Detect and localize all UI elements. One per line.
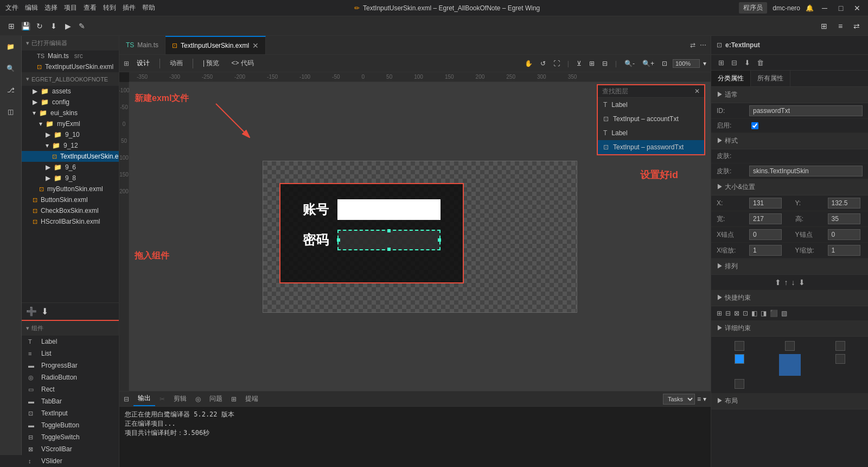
props-general-title[interactable]: ▶ 适常 bbox=[711, 87, 868, 103]
qc-btn-1[interactable]: ⊞ bbox=[717, 310, 722, 317]
layer-item-label-2[interactable]: T Label bbox=[598, 126, 704, 140]
output-tab-terminal[interactable]: 提端 bbox=[241, 392, 263, 406]
zoom-dropdown[interactable]: ▾ bbox=[703, 60, 706, 67]
props-layout-title[interactable]: ▶ 大小&位置 bbox=[711, 179, 868, 195]
props-skin-input[interactable] bbox=[749, 166, 863, 176]
props-w-input[interactable] bbox=[749, 213, 782, 224]
panel-icon-1[interactable]: ⊞ bbox=[716, 57, 726, 68]
menu-view[interactable]: 查看 bbox=[84, 3, 97, 12]
output-tab-clip[interactable]: 剪辑 bbox=[169, 392, 191, 406]
menu-help[interactable]: 帮助 bbox=[142, 3, 155, 12]
toolbar-list-icon[interactable]: ≡ bbox=[834, 20, 846, 32]
tree-config[interactable]: ▶📁config bbox=[22, 97, 119, 108]
tree-myexml[interactable]: ▾📁myExml bbox=[22, 118, 119, 129]
qc-btn-8[interactable]: ▧ bbox=[781, 310, 787, 317]
tool-distribute[interactable]: ⊟ bbox=[600, 60, 610, 67]
toolbar-grid-icon[interactable]: ⊞ bbox=[818, 20, 830, 32]
props-anchory-input[interactable] bbox=[828, 229, 860, 240]
layer-item-label-1[interactable]: T Label bbox=[598, 98, 704, 112]
panel-icon-4[interactable]: 🗑 bbox=[755, 57, 765, 68]
tool-refresh[interactable]: ↺ bbox=[538, 60, 548, 67]
props-anchorx-input[interactable] bbox=[749, 229, 782, 240]
props-x-input[interactable] bbox=[749, 198, 782, 209]
menu-bar[interactable]: 文件 编辑 选择 项目 查看 转到 插件 帮助 bbox=[5, 3, 155, 12]
notification-icon[interactable]: 🔔 bbox=[806, 4, 814, 12]
component-toggleswitch[interactable]: ⊟ ToggleSwitch bbox=[22, 431, 119, 443]
tree-9-8[interactable]: ▶📁9_8 bbox=[22, 173, 119, 184]
layer-item-textinput-password[interactable]: ⊡ TextInput – passwordTxt bbox=[598, 140, 704, 154]
maximize-btn[interactable]: □ bbox=[835, 3, 846, 14]
design-btn-code[interactable]: <> 代码 bbox=[227, 58, 258, 69]
design-btn-design[interactable]: 设计 bbox=[132, 58, 154, 69]
tree-textinput-skin-file[interactable]: ⊡TextInputUserSkin.ex... bbox=[22, 151, 119, 162]
component-list[interactable]: ≡ List bbox=[22, 348, 119, 359]
menu-edit[interactable]: 编辑 bbox=[25, 3, 38, 12]
tab-sync-icon[interactable]: ⇄ bbox=[690, 41, 695, 49]
order-top[interactable]: ⬆ bbox=[775, 278, 781, 287]
menu-select[interactable]: 选择 bbox=[44, 3, 58, 12]
component-radiobutton[interactable]: ◎ RadioButton bbox=[22, 371, 119, 383]
toolbar-sync-icon[interactable]: ⇄ bbox=[851, 20, 863, 32]
panel-icon-2[interactable]: ⊟ bbox=[729, 57, 739, 68]
tree-eui-skins[interactable]: ▾📁eui_skins bbox=[22, 108, 119, 118]
toolbar-debug-icon[interactable]: ✎ bbox=[76, 20, 88, 32]
props-style-title[interactable]: ▶ 样式 bbox=[711, 133, 868, 149]
component-togglebutton[interactable]: ▬ ToggleButton bbox=[22, 419, 119, 431]
dc-box-6[interactable] bbox=[735, 379, 744, 389]
toolbar-left-panel-icon[interactable]: ⊞ bbox=[5, 20, 17, 32]
minimize-btn[interactable]: ─ bbox=[819, 3, 830, 14]
component-textinput[interactable]: ⊡ TextInput bbox=[22, 407, 119, 419]
dc-box-2[interactable] bbox=[785, 341, 795, 351]
password-input-selected[interactable] bbox=[337, 230, 441, 250]
close-btn[interactable]: ✕ bbox=[852, 3, 863, 14]
zoom-fit[interactable]: ⊡ bbox=[660, 60, 669, 67]
component-progressbar[interactable]: ▬ ProgressBar bbox=[22, 359, 119, 371]
tab-textinput-skin[interactable]: ⊡ TextInputUserSkin.exml ✕ bbox=[165, 36, 266, 54]
tool-align[interactable]: ⊻ bbox=[575, 60, 584, 67]
open-file-textinput-skin[interactable]: ⊡ TextInputUserSkin.exml resou... bbox=[22, 61, 119, 72]
order-up[interactable]: ↑ bbox=[784, 278, 788, 287]
props-h-input[interactable] bbox=[828, 213, 860, 224]
props-detail-constraint-title[interactable]: ▶ 详细约束 bbox=[711, 320, 868, 337]
sidebar-icon-search[interactable]: 🔍 bbox=[0, 58, 22, 79]
zoom-in-icon[interactable]: 🔍+ bbox=[640, 60, 656, 67]
design-btn-animate[interactable]: 动画 bbox=[165, 58, 187, 69]
design-btn-preview[interactable]: | 预览 bbox=[199, 58, 224, 69]
component-tabbar[interactable]: ▬ TabBar bbox=[22, 395, 119, 407]
props-quick-constraint-title[interactable]: ▶ 快捷约束 bbox=[711, 290, 868, 306]
output-expand-icon[interactable]: ▾ bbox=[703, 395, 706, 403]
tool-resize[interactable]: ⛶ bbox=[551, 60, 562, 67]
props-scaley-input[interactable] bbox=[828, 245, 860, 256]
tree-checkboxskin[interactable]: ⊡CheckBoxSkin.exml bbox=[22, 205, 119, 216]
props-scalex-input[interactable] bbox=[749, 245, 782, 256]
toolbar-refresh-icon[interactable]: ↻ bbox=[34, 20, 46, 32]
component-vslider[interactable]: ↕ VSlider bbox=[22, 455, 119, 467]
tree-buttonskin[interactable]: ⊡ButtonSkin.exml bbox=[22, 194, 119, 205]
tasks-select[interactable]: Tasks bbox=[663, 394, 695, 405]
add-icon[interactable]: ➕ bbox=[26, 306, 37, 317]
props-enabled-checkbox[interactable] bbox=[751, 122, 758, 129]
download-icon[interactable]: ⬇ bbox=[41, 306, 48, 317]
open-file-main-ts[interactable]: TS Main.ts src bbox=[22, 51, 119, 61]
qc-btn-6[interactable]: ◨ bbox=[761, 310, 767, 317]
dc-box-1[interactable] bbox=[735, 341, 744, 351]
sidebar-icon-explorer[interactable]: 📁 bbox=[0, 36, 22, 58]
tool-hand[interactable]: ✋ bbox=[522, 60, 535, 67]
output-tab-output[interactable]: 输出 bbox=[133, 392, 155, 406]
zoom-out-icon[interactable]: 🔍- bbox=[622, 60, 637, 67]
sidebar-icon-plugins[interactable]: ◫ bbox=[0, 101, 22, 123]
tree-9-12[interactable]: ▾📁9_12 bbox=[22, 140, 119, 151]
qc-btn-4[interactable]: ⊡ bbox=[743, 310, 748, 317]
tree-9-6[interactable]: ▶📁9_6 bbox=[22, 162, 119, 173]
props-tab-all[interactable]: 所有属性 bbox=[751, 71, 790, 86]
component-rect[interactable]: ▭ Rect bbox=[22, 383, 119, 395]
qc-btn-2[interactable]: ⊟ bbox=[725, 310, 731, 317]
layer-item-textinput-account[interactable]: ⊡ TextInput – accountTxt bbox=[598, 112, 704, 126]
tab-main-ts[interactable]: TS Main.ts bbox=[119, 36, 165, 54]
props-id-input[interactable] bbox=[749, 105, 863, 116]
qc-btn-5[interactable]: ◧ bbox=[751, 310, 757, 317]
component-vscrollbar[interactable]: ⊠ VScrollBar bbox=[22, 443, 119, 455]
sidebar-icon-git[interactable]: ⎇ bbox=[0, 79, 22, 101]
output-tab-issues[interactable]: 问题 bbox=[205, 392, 227, 406]
menu-file[interactable]: 文件 bbox=[5, 3, 18, 12]
